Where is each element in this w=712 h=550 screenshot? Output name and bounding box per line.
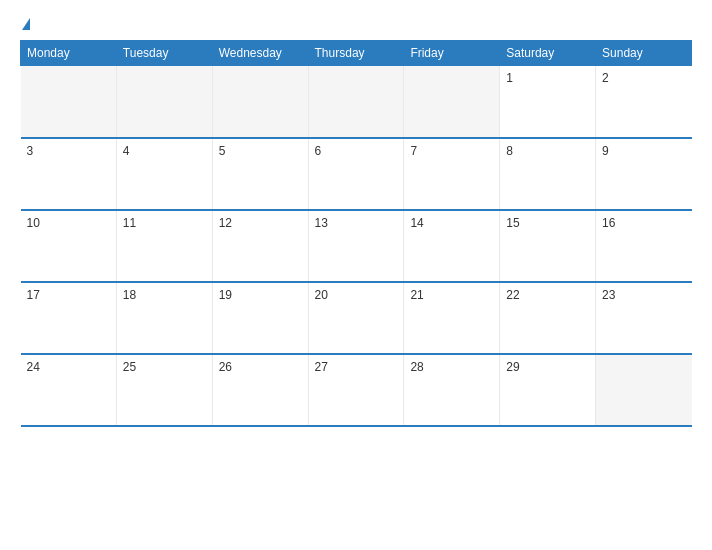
day-number: 16 [602, 216, 615, 230]
day-number: 19 [219, 288, 232, 302]
weekday-header-monday: Monday [21, 41, 117, 66]
calendar-day-cell: 24 [21, 354, 117, 426]
day-number: 3 [27, 144, 34, 158]
day-number: 29 [506, 360, 519, 374]
calendar-week-row: 12 [21, 66, 692, 138]
day-number: 4 [123, 144, 130, 158]
calendar-day-cell: 17 [21, 282, 117, 354]
calendar-container: MondayTuesdayWednesdayThursdayFridaySatu… [0, 0, 712, 550]
calendar-day-cell: 1 [500, 66, 596, 138]
day-number: 5 [219, 144, 226, 158]
weekday-header-saturday: Saturday [500, 41, 596, 66]
logo [20, 18, 30, 30]
day-number: 20 [315, 288, 328, 302]
day-number: 28 [410, 360, 423, 374]
day-number: 25 [123, 360, 136, 374]
calendar-day-cell: 3 [21, 138, 117, 210]
day-number: 7 [410, 144, 417, 158]
day-number: 24 [27, 360, 40, 374]
calendar-day-cell: 2 [596, 66, 692, 138]
calendar-day-cell: 9 [596, 138, 692, 210]
weekday-header-sunday: Sunday [596, 41, 692, 66]
calendar-header [20, 18, 692, 30]
calendar-day-cell: 23 [596, 282, 692, 354]
day-number: 13 [315, 216, 328, 230]
calendar-day-cell: 5 [212, 138, 308, 210]
logo-triangle-icon [22, 18, 30, 30]
calendar-day-cell: 13 [308, 210, 404, 282]
calendar-day-cell [212, 66, 308, 138]
day-number: 15 [506, 216, 519, 230]
calendar-day-cell: 15 [500, 210, 596, 282]
day-number: 27 [315, 360, 328, 374]
calendar-day-cell: 25 [116, 354, 212, 426]
calendar-day-cell [404, 66, 500, 138]
day-number: 9 [602, 144, 609, 158]
day-number: 26 [219, 360, 232, 374]
weekday-header-row: MondayTuesdayWednesdayThursdayFridaySatu… [21, 41, 692, 66]
weekday-header-friday: Friday [404, 41, 500, 66]
calendar-day-cell [596, 354, 692, 426]
day-number: 22 [506, 288, 519, 302]
calendar-day-cell: 7 [404, 138, 500, 210]
weekday-header-wednesday: Wednesday [212, 41, 308, 66]
calendar-week-row: 17181920212223 [21, 282, 692, 354]
calendar-week-row: 242526272829 [21, 354, 692, 426]
calendar-week-row: 10111213141516 [21, 210, 692, 282]
calendar-grid: MondayTuesdayWednesdayThursdayFridaySatu… [20, 40, 692, 427]
day-number: 8 [506, 144, 513, 158]
day-number: 14 [410, 216, 423, 230]
day-number: 12 [219, 216, 232, 230]
calendar-day-cell [308, 66, 404, 138]
day-number: 23 [602, 288, 615, 302]
calendar-day-cell: 8 [500, 138, 596, 210]
calendar-day-cell: 21 [404, 282, 500, 354]
day-number: 17 [27, 288, 40, 302]
calendar-day-cell: 27 [308, 354, 404, 426]
calendar-day-cell [21, 66, 117, 138]
weekday-header-tuesday: Tuesday [116, 41, 212, 66]
day-number: 1 [506, 71, 513, 85]
calendar-day-cell: 20 [308, 282, 404, 354]
calendar-day-cell: 4 [116, 138, 212, 210]
calendar-day-cell: 16 [596, 210, 692, 282]
day-number: 10 [27, 216, 40, 230]
calendar-day-cell: 10 [21, 210, 117, 282]
day-number: 11 [123, 216, 136, 230]
day-number: 18 [123, 288, 136, 302]
calendar-day-cell: 28 [404, 354, 500, 426]
calendar-day-cell: 22 [500, 282, 596, 354]
calendar-day-cell [116, 66, 212, 138]
calendar-day-cell: 29 [500, 354, 596, 426]
calendar-day-cell: 19 [212, 282, 308, 354]
calendar-day-cell: 12 [212, 210, 308, 282]
day-number: 2 [602, 71, 609, 85]
calendar-day-cell: 14 [404, 210, 500, 282]
calendar-day-cell: 6 [308, 138, 404, 210]
calendar-day-cell: 11 [116, 210, 212, 282]
calendar-week-row: 3456789 [21, 138, 692, 210]
calendar-day-cell: 26 [212, 354, 308, 426]
calendar-day-cell: 18 [116, 282, 212, 354]
day-number: 6 [315, 144, 322, 158]
day-number: 21 [410, 288, 423, 302]
weekday-header-thursday: Thursday [308, 41, 404, 66]
